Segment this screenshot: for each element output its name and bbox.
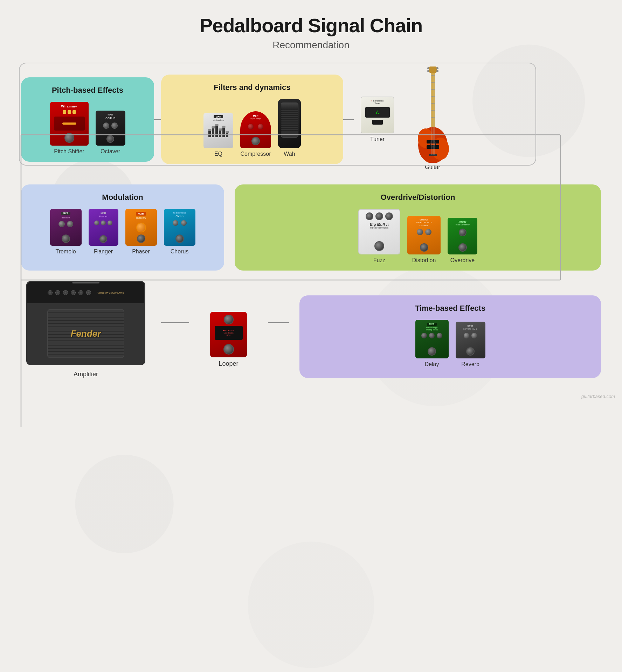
amp-knob-2	[55, 290, 60, 295]
octaver-pedal: MXR OCTUS	[96, 111, 125, 146]
row3-section: Princeton ReverbAmp Fender Amplifier	[21, 281, 601, 378]
modulation-pedals-row: MXR tremolo Tremolo M	[32, 209, 214, 255]
flanger-label: Flanger	[94, 248, 113, 255]
fuzz-item: Big Muff π electro-harmonix Fuzz	[358, 209, 400, 264]
chorus-label: Chorus	[171, 248, 189, 255]
time-based-pedals-row: MXR carbon copyanalog delay Delay	[310, 320, 590, 368]
overdrive-box-title: Overdrive/Distortion	[245, 193, 590, 202]
amp-knob-1	[48, 290, 53, 295]
delay-label: Delay	[425, 361, 439, 368]
filters-box-title: Filters and dynamics	[172, 83, 333, 92]
time-based-box: Time-based Effects MXR carbon copyanalog…	[299, 295, 601, 378]
svg-point-10	[427, 70, 429, 72]
looper-footswitch	[223, 344, 234, 355]
looper-knob	[224, 315, 234, 324]
looper-area: ●REC ■STOPLoop StationRC-1 Looper	[200, 312, 257, 378]
tuner-pedal: ● ChromaticTuner A	[361, 97, 394, 133]
octaver-label: Octaver	[101, 148, 120, 155]
tremolo-label: Tremolo	[55, 248, 76, 255]
pitch-based-effects-box: Pitch-based Effects Whammy	[21, 77, 154, 162]
distortion-pedal: OUTPUTTURBO BEASTSDistortion	[407, 216, 441, 254]
reverb-pedal: Boss Reverb RV-6	[456, 322, 485, 358]
header: Pedalboard Signal Chain Recommendation	[21, 14, 601, 51]
fuzz-label: Fuzz	[373, 257, 386, 264]
wire-pitch-to-filters	[154, 119, 161, 120]
svg-point-11	[436, 67, 438, 69]
row1-section: Pitch-based Effects Whammy	[21, 65, 601, 174]
time-based-box-title: Time-based Effects	[310, 304, 590, 313]
compressor-label: Compressor	[240, 151, 271, 157]
phaser-item: MXR phase 90 Phaser	[125, 209, 157, 255]
amplifier-visual: Princeton ReverbAmp Fender	[26, 281, 145, 365]
delay-item: MXR carbon copyanalog delay Delay	[415, 320, 449, 368]
page-container: Pedalboard Signal Chain Recommendation P…	[0, 0, 622, 402]
distortion-item: OUTPUTTURBO BEASTSDistortion Distortion	[407, 216, 441, 264]
overdrive-label: Overdrive	[450, 257, 475, 264]
pitch-box-title: Pitch-based Effects	[32, 86, 144, 95]
guitar-area: Guitar	[412, 65, 454, 174]
chorus-pedal: TC Electronic Chorus	[164, 209, 195, 246]
svg-point-9	[427, 67, 429, 69]
phaser-label: Phaser	[132, 248, 150, 255]
reverb-label: Reverb	[461, 361, 479, 368]
svg-rect-8	[429, 66, 437, 73]
pitch-shifter-brand: Whammy	[61, 105, 77, 108]
filters-dynamics-box: Filters and dynamics MXR six band eq	[161, 75, 343, 164]
pitch-shifter-pedal: Whammy	[50, 102, 89, 146]
row2-section: Modulation MXR tremolo	[21, 184, 601, 271]
guitar-label: Guitar	[425, 164, 440, 170]
octaver-brand: MXR	[108, 113, 113, 116]
guitar-svg	[412, 65, 454, 163]
looper-pedal: ●REC ■STOPLoop StationRC-1	[210, 312, 247, 357]
eq-label: EQ	[214, 151, 222, 157]
amplifier-label: Amplifier	[74, 371, 98, 378]
page-subtitle: Recommendation	[21, 40, 601, 51]
pitch-pedals-row: Whammy Pitch Shifter	[32, 102, 144, 155]
amp-knob-6	[86, 290, 91, 295]
overdrive-pedal: Ibanez Tube Screamer	[448, 218, 477, 254]
amp-handle	[72, 281, 100, 284]
pitch-shifter-item: Whammy Pitch Shifter	[50, 102, 89, 155]
watermark: guitarbased.com	[581, 394, 615, 399]
octaver-item: MXR OCTUS Octaver	[96, 111, 125, 155]
amp-brand: Fender	[71, 328, 101, 339]
modulation-box: Modulation MXR tremolo	[21, 184, 224, 271]
wire-filters-to-tuner	[343, 119, 354, 120]
overdrive-box: Overdrive/Distortion Big Muff π electro-…	[235, 184, 601, 271]
chorus-item: TC Electronic Chorus Chorus	[164, 209, 195, 255]
compressor-item: MXR dyna comp Compressor	[240, 111, 271, 157]
filters-pedals-row: MXR six band eq EQ	[172, 99, 333, 157]
tremolo-item: MXR tremolo Tremolo	[50, 209, 82, 255]
reverb-item: Boss Reverb RV-6 Reverb	[456, 322, 485, 368]
wah-item: Wah	[278, 99, 301, 157]
modulation-box-title: Modulation	[32, 193, 214, 202]
tremolo-pedal: MXR tremolo	[50, 209, 82, 246]
amp-controls: Princeton ReverbAmp	[27, 282, 144, 303]
phaser-pedal: MXR phase 90	[125, 209, 157, 246]
amplifier-area: Princeton ReverbAmp Fender Amplifier	[21, 281, 151, 378]
delay-pedal: MXR carbon copyanalog delay	[415, 320, 449, 358]
flanger-item: MXR Flanger Flanger	[89, 209, 118, 255]
amp-knob-4	[71, 290, 76, 295]
fuzz-pedal: Big Muff π electro-harmonix	[358, 209, 400, 254]
amp-speaker: Fender	[27, 303, 144, 364]
compressor-pedal: MXR dyna comp	[240, 111, 271, 148]
overdrive-pedals-row: Big Muff π electro-harmonix Fuzz OUTPUTT…	[245, 209, 590, 264]
distortion-label: Distortion	[412, 257, 436, 264]
wah-label: Wah	[284, 151, 295, 157]
wire-looper-to-time	[268, 322, 289, 323]
amp-knob-5	[78, 290, 83, 295]
pitch-shifter-label: Pitch Shifter	[54, 148, 84, 155]
looper-label: Looper	[219, 360, 238, 368]
tuner-area: ● ChromaticTuner A Tuner	[354, 97, 401, 142]
page-title: Pedalboard Signal Chain	[21, 14, 601, 37]
eq-pedal: MXR six band eq	[203, 113, 233, 148]
eq-item: MXR six band eq EQ	[203, 113, 233, 157]
wire-amp-to-looper	[161, 322, 189, 323]
tuner-label: Tuner	[370, 136, 385, 142]
flanger-pedal: MXR Flanger	[89, 209, 118, 246]
svg-point-12	[436, 70, 438, 72]
overdrive-item: Ibanez Tube Screamer Overdrive	[448, 218, 477, 264]
speaker-grill: Fender	[47, 309, 124, 358]
wah-pedal	[278, 99, 301, 148]
